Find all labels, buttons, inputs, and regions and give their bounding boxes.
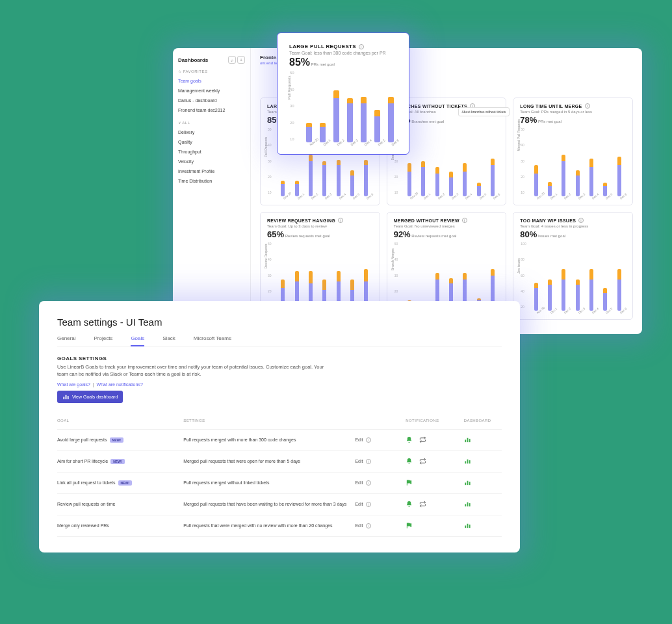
bar: Dec 6 bbox=[385, 97, 396, 148]
section-title: GOALS SETTINGS bbox=[57, 356, 502, 361]
bell-icon[interactable] bbox=[406, 436, 413, 443]
svg-rect-2 bbox=[68, 396, 69, 399]
tab-projects[interactable]: Projects bbox=[94, 335, 112, 346]
sidebar-item-management-weekly[interactable]: Management weekly bbox=[178, 86, 245, 96]
bar: Dec 5 bbox=[347, 170, 357, 201]
svg-rect-4 bbox=[467, 437, 468, 441]
dashboard-link[interactable] bbox=[464, 436, 502, 444]
sidebar-item-time-distribution[interactable]: Time Distribution bbox=[178, 176, 245, 186]
flag-icon[interactable] bbox=[406, 479, 413, 486]
loop-icon[interactable] bbox=[419, 458, 426, 465]
section-desc: Use LinearB Goals to track your improvem… bbox=[57, 363, 330, 378]
sidebar-item-throughput[interactable]: Throughput bbox=[178, 147, 245, 157]
dashboard-link[interactable] bbox=[464, 500, 502, 508]
loop-icon[interactable] bbox=[419, 436, 426, 443]
svg-rect-7 bbox=[467, 459, 468, 463]
info-icon[interactable]: i bbox=[585, 103, 590, 109]
what-are-goals-link[interactable]: What are goals? bbox=[57, 382, 90, 387]
bar: Dec 2 bbox=[558, 155, 569, 201]
sidebar-title: Dashboards bbox=[178, 57, 208, 63]
bar: Dec 1 bbox=[545, 280, 555, 315]
sidebar-item-investment-profile[interactable]: Investment Profile bbox=[178, 166, 245, 176]
tab-general[interactable]: General bbox=[57, 335, 75, 346]
info-icon[interactable]: i bbox=[359, 44, 364, 49]
info-icon[interactable]: i bbox=[338, 218, 343, 223]
svg-rect-16 bbox=[467, 523, 468, 527]
dashboard-link[interactable] bbox=[464, 458, 502, 465]
search-icon[interactable]: ⌕ bbox=[228, 56, 236, 64]
new-badge: NEW! bbox=[118, 480, 132, 486]
bar: Dec 6 bbox=[614, 269, 625, 315]
notification-icons bbox=[406, 436, 459, 443]
sidebar-item-fronend-team-dec2012[interactable]: Fronend team dec2012 bbox=[178, 105, 245, 115]
goal-setting-text: Merged pull requests that were open for … bbox=[183, 459, 350, 463]
bar: Dec 6 bbox=[361, 160, 371, 201]
add-dashboard-icon[interactable]: + bbox=[237, 56, 245, 64]
info-icon[interactable]: i bbox=[366, 480, 371, 486]
goal-card[interactable]: TOO MANY WIP ISSUES iTeam Goal: 4 issues… bbox=[513, 212, 633, 320]
dashboard-link[interactable] bbox=[464, 479, 502, 487]
bar: Dec 1 bbox=[317, 123, 328, 148]
dashboard-link[interactable] bbox=[464, 522, 502, 530]
goal-name: Review pull requests on time bbox=[57, 502, 178, 506]
sidebar-item-delivery[interactable]: Delivery bbox=[178, 127, 245, 137]
goal-setting-text: Pull requests merged with more than 300 … bbox=[183, 437, 350, 442]
edit-goal-button[interactable]: Edit i bbox=[355, 480, 400, 486]
chart-icon bbox=[464, 500, 471, 508]
flag-icon[interactable] bbox=[406, 522, 413, 529]
bar: Dec 3 bbox=[572, 170, 582, 201]
new-badge: NEW! bbox=[110, 459, 124, 464]
goal-row: Review pull requests on timeMerged pull … bbox=[57, 494, 502, 515]
bar: Nov 30 bbox=[304, 123, 314, 148]
bell-icon[interactable] bbox=[406, 458, 413, 465]
info-icon[interactable]: i bbox=[462, 218, 467, 223]
bar: Dec 5 bbox=[600, 288, 610, 315]
bar: Dec 4 bbox=[333, 160, 344, 201]
bell-icon[interactable] bbox=[406, 500, 413, 508]
sidebar-item-quality[interactable]: Quality bbox=[178, 137, 245, 147]
edit-goal-button[interactable]: Edit i bbox=[355, 523, 400, 528]
chart-icon bbox=[464, 522, 471, 529]
bar: Dec 6 bbox=[487, 159, 498, 201]
loop-icon[interactable] bbox=[419, 500, 426, 508]
notification-icons bbox=[406, 458, 459, 465]
goal-card[interactable]: LONG TIME UNTIL MERGE iTeam Goal: PRs me… bbox=[513, 98, 633, 205]
info-icon[interactable]: i bbox=[366, 502, 371, 507]
chart-icon bbox=[464, 436, 471, 443]
info-icon[interactable]: i bbox=[578, 218, 584, 223]
sidebar-favorites-label: ☆ FAVORITES bbox=[178, 69, 245, 73]
edit-goal-button[interactable]: Edit i bbox=[355, 459, 400, 464]
svg-rect-3 bbox=[465, 439, 466, 442]
notification-icons bbox=[406, 500, 459, 508]
tab-goals[interactable]: Goals bbox=[131, 335, 144, 346]
sidebar-item-team-goals[interactable]: Team goals bbox=[178, 76, 245, 86]
goal-row: Merge only reviewed PRsPull requests tha… bbox=[57, 515, 502, 537]
edit-goal-button[interactable]: Edit i bbox=[355, 437, 400, 443]
chart-icon bbox=[464, 479, 471, 486]
goal-row: Avoid large pull requestsNEW!Pull reques… bbox=[57, 430, 502, 451]
help-links: What are goals? | What are notifications… bbox=[57, 382, 502, 387]
col-notifications: NOTIFICATIONS bbox=[406, 419, 459, 422]
svg-rect-8 bbox=[469, 460, 471, 463]
info-icon[interactable]: i bbox=[366, 523, 371, 528]
view-goals-dashboard-button[interactable]: View Goals dashboard bbox=[57, 391, 123, 403]
info-icon[interactable]: i bbox=[366, 459, 371, 464]
tab-microsoft-teams[interactable]: Microsoft Teams bbox=[194, 335, 231, 346]
svg-rect-6 bbox=[465, 461, 466, 463]
popup-goal: Team Goal: less than 300 code changes pe… bbox=[289, 51, 397, 55]
dashboards-sidebar: Dashboards ⌕ + ☆ FAVORITES Team goalsMan… bbox=[173, 48, 251, 334]
tab-slack[interactable]: Slack bbox=[162, 335, 175, 346]
what-are-notifications-link[interactable]: What are notifications? bbox=[97, 382, 143, 387]
svg-rect-13 bbox=[467, 502, 468, 506]
bar: Nov 30 bbox=[404, 163, 415, 201]
chart-icon bbox=[464, 458, 471, 465]
sidebar-item-velocity[interactable]: Velocity bbox=[178, 157, 245, 166]
bar: Dec 3 bbox=[344, 98, 355, 148]
notification-icons bbox=[406, 479, 459, 486]
col-dashboard: DASHBOARD bbox=[464, 419, 502, 422]
edit-goal-button[interactable]: Edit i bbox=[355, 502, 400, 507]
sidebar-item-darius-dashboard[interactable]: Darius - dashboard bbox=[178, 96, 245, 105]
info-icon[interactable]: i bbox=[366, 437, 371, 443]
new-badge: NEW! bbox=[110, 437, 123, 443]
sidebar-all-label[interactable]: ∨ ALL bbox=[178, 120, 245, 125]
